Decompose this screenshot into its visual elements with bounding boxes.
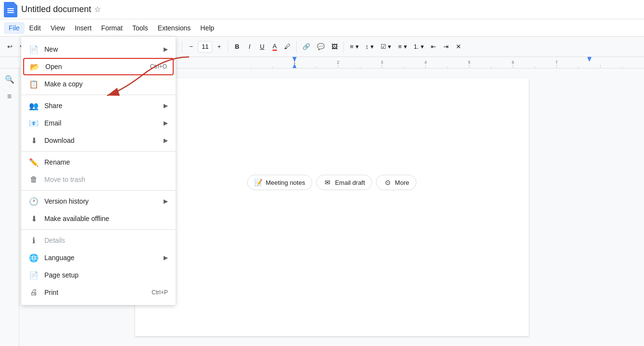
document-page: 📝 Meeting notes ✉ Email draft ⊙ More: [135, 78, 529, 336]
separator-5: [296, 41, 297, 53]
link-button[interactable]: 🔗: [300, 40, 313, 54]
star-icon[interactable]: ☆: [94, 5, 101, 14]
separator-3: [182, 41, 182, 53]
offline-icon: ⬇: [29, 214, 39, 223]
email-arrow: ▶: [164, 120, 168, 126]
italic-button[interactable]: I: [244, 40, 255, 54]
meeting-notes-chip[interactable]: 📝 Meeting notes: [247, 175, 313, 190]
more-icon: ⊙: [384, 178, 392, 187]
history-arrow: ▶: [164, 198, 168, 205]
line-spacing-button[interactable]: ↕ ▾: [363, 40, 377, 54]
image-button[interactable]: 🖼: [329, 40, 341, 54]
font-size-input[interactable]: [198, 41, 212, 53]
menu-view[interactable]: View: [46, 22, 70, 34]
separator-6: [343, 41, 344, 53]
indent-increase-button[interactable]: ⇥: [440, 40, 452, 54]
ai-chips-container: 📝 Meeting notes ✉ Email draft ⊙ More: [247, 175, 416, 190]
menu-item-make-copy[interactable]: 📋 Make a copy: [21, 75, 176, 93]
page-setup-icon: 📄: [29, 270, 39, 280]
svg-text:5: 5: [468, 59, 471, 64]
share-arrow: ▶: [164, 102, 168, 109]
top-bar: Untitled document ☆: [0, 0, 644, 19]
trash-icon: 🗑: [29, 175, 39, 184]
menu-tools[interactable]: Tools: [127, 22, 153, 34]
numbered-list-button[interactable]: 1. ▾: [411, 40, 427, 54]
print-icon: 🖨: [29, 288, 39, 297]
download-icon: ⬇: [29, 136, 39, 145]
document-title[interactable]: Untitled document: [21, 4, 91, 14]
text-color-button[interactable]: A: [269, 40, 280, 54]
menu-item-new[interactable]: 📄 New ▶: [21, 41, 176, 58]
menu-section-1: 📄 New ▶ 📂 Open Ctrl+O 📋 Make a copy: [21, 39, 176, 95]
details-label: Details: [44, 236, 168, 244]
menu-edit[interactable]: Edit: [25, 22, 46, 34]
undo-button[interactable]: ↩: [4, 40, 15, 54]
offline-label: Make available offline: [44, 215, 168, 222]
language-icon: 🌐: [29, 253, 39, 263]
email-icon: 📧: [29, 118, 39, 128]
history-icon: 🕐: [29, 196, 39, 206]
language-arrow: ▶: [164, 254, 168, 261]
more-label: More: [395, 179, 410, 186]
new-label: New: [44, 45, 158, 53]
search-sidebar-icon[interactable]: 🔍: [3, 72, 16, 86]
bullet-list-button[interactable]: ≡ ▾: [395, 40, 410, 54]
font-size-decrease[interactable]: −: [185, 40, 197, 54]
svg-text:7: 7: [556, 59, 558, 64]
menu-insert[interactable]: Insert: [70, 22, 96, 34]
menu-item-download[interactable]: ⬇ Download ▶: [21, 132, 176, 149]
meeting-notes-icon: 📝: [254, 178, 263, 187]
download-label: Download: [44, 137, 158, 144]
email-draft-chip[interactable]: ✉ Email draft: [316, 175, 372, 190]
svg-text:2: 2: [337, 59, 340, 64]
highlight-button[interactable]: 🖊: [281, 40, 293, 54]
underline-button[interactable]: U: [256, 40, 268, 54]
meeting-notes-label: Meeting notes: [266, 179, 305, 186]
menu-section-3: ✏️ Rename 🗑 Move to trash: [21, 152, 176, 191]
menu-section-4: 🕐 Version history ▶ ⬇ Make available off…: [21, 191, 176, 230]
menu-item-page-setup[interactable]: 📄 Page setup: [21, 266, 176, 284]
menu-item-email[interactable]: 📧 Email ▶: [21, 114, 176, 132]
font-size-increase[interactable]: +: [213, 40, 225, 54]
comment-button[interactable]: 💬: [314, 40, 328, 54]
bold-button[interactable]: B: [231, 40, 243, 54]
rename-label: Rename: [44, 158, 168, 166]
menu-item-print[interactable]: 🖨 Print Ctrl+P: [21, 284, 176, 301]
menu-item-trash: 🗑 Move to trash: [21, 171, 176, 188]
app-icon: [4, 2, 17, 17]
svg-text:3: 3: [381, 59, 383, 64]
copy-icon: 📋: [29, 79, 39, 89]
menu-format[interactable]: Format: [96, 22, 127, 34]
menu-extensions[interactable]: Extensions: [153, 22, 195, 34]
print-label: Print: [44, 289, 146, 296]
separator-4: [228, 41, 228, 53]
copy-label: Make a copy: [44, 80, 168, 88]
menu-item-language[interactable]: 🌐 Language ▶: [21, 249, 176, 266]
history-label: Version history: [44, 197, 158, 205]
more-chip[interactable]: ⊙ More: [376, 175, 417, 190]
menu-bar: File Edit View Insert Format Tools Exten…: [0, 19, 644, 37]
file-dropdown-menu: 📄 New ▶ 📂 Open Ctrl+O 📋 Make a copy 👥 Sh…: [21, 37, 176, 305]
menu-section-2: 👥 Share ▶ 📧 Email ▶ ⬇ Download ▶: [21, 95, 176, 152]
print-shortcut: Ctrl+P: [151, 289, 168, 296]
download-arrow: ▶: [164, 137, 168, 144]
menu-file[interactable]: File: [4, 22, 25, 34]
menu-item-open[interactable]: 📂 Open Ctrl+O: [23, 58, 174, 75]
share-icon: 👥: [29, 101, 39, 111]
new-arrow: ▶: [164, 46, 168, 53]
indent-decrease-button[interactable]: ⇤: [428, 40, 439, 54]
menu-item-version-history[interactable]: 🕐 Version history ▶: [21, 193, 176, 210]
new-icon: 📄: [29, 44, 39, 54]
menu-item-share[interactable]: 👥 Share ▶: [21, 97, 176, 114]
open-label: Open: [45, 63, 144, 70]
align-button[interactable]: ≡ ▾: [347, 40, 361, 54]
trash-label: Move to trash: [44, 176, 168, 183]
menu-item-offline[interactable]: ⬇ Make available offline: [21, 210, 176, 227]
outline-sidebar-icon[interactable]: ≡: [3, 90, 16, 103]
menu-section-5: ℹ Details 🌐 Language ▶ 📄 Page setup 🖨 Pr…: [21, 230, 176, 303]
menu-item-rename[interactable]: ✏️ Rename: [21, 153, 176, 171]
svg-text:4: 4: [425, 59, 427, 64]
menu-help[interactable]: Help: [195, 22, 219, 34]
checklist-button[interactable]: ☑ ▾: [378, 40, 395, 54]
clear-formatting-button[interactable]: ✕: [453, 40, 465, 54]
